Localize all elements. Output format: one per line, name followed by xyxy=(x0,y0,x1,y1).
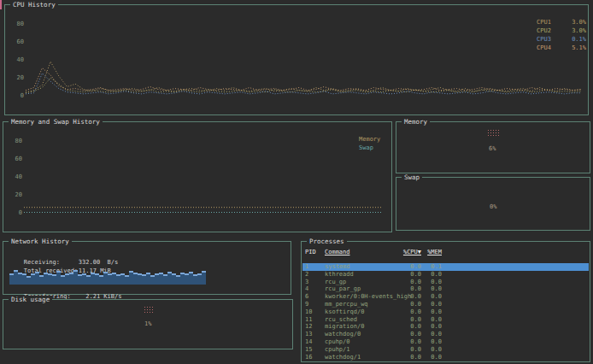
legend-label: CPU3 xyxy=(537,36,551,43)
cell-cpu: 0.0 xyxy=(397,308,421,316)
cell-cpu: 0.0 xyxy=(397,293,421,301)
y-tick-label: 40 xyxy=(10,173,22,180)
legend-value: 5.1% xyxy=(572,44,586,51)
cpu-history-chart xyxy=(26,5,581,99)
cell-mem: 0.0 xyxy=(423,301,442,308)
network-bar xyxy=(202,271,206,285)
process-row[interactable]: 14cpuhp/00.00.0 xyxy=(302,338,589,346)
cell-cpu: 0.0 xyxy=(397,271,421,279)
cell-mem: 0.0 xyxy=(423,285,442,293)
y-tick-label: 60 xyxy=(12,38,24,45)
legend-item-cpu2: CPU23.0% xyxy=(537,27,586,34)
series-cpu2 xyxy=(26,78,581,93)
swap-gauge-title: Swap xyxy=(402,173,422,181)
cell-mem: 0.0 xyxy=(423,331,442,338)
swap-gauge-panel: Swap 0% xyxy=(396,177,590,231)
legend-item-cpu3: CPU30.1% xyxy=(537,36,586,43)
cell-cpu: 0.0 xyxy=(397,279,421,286)
process-row[interactable]: 16watchdog/10.00.0 xyxy=(302,354,589,361)
memory-usage-dot-gauge xyxy=(487,129,500,137)
cell-mem: 0.0 xyxy=(423,279,442,286)
column-header-pid[interactable]: PID xyxy=(305,249,322,256)
cpu-history-panel: CPU History 806040200 CPU13.0%CPU23.0%CP… xyxy=(4,4,589,115)
network-receive-bar-chart xyxy=(9,269,206,285)
process-row[interactable]: 12migration/00.00.0 xyxy=(302,323,589,331)
legend-label: CPU4 xyxy=(537,44,551,51)
cell-cpu: 0.0 xyxy=(397,285,421,293)
swap-usage-percent: 0% xyxy=(490,203,496,210)
y-tick-label: 80 xyxy=(10,138,22,144)
column-header-mem[interactable]: %MEM xyxy=(423,249,442,256)
series-cpu4 xyxy=(26,68,581,90)
cell-cmd: ksoftirqd/0 xyxy=(325,308,364,316)
cell-cmd: systemd xyxy=(325,263,350,271)
cell-cmd: mm_percpu_wq xyxy=(325,301,368,308)
cell-mem: 0.0 xyxy=(423,346,442,354)
cell-cmd: rcu_sched xyxy=(325,316,357,324)
disk-usage-panel: Disk usage 1% xyxy=(3,299,293,349)
cell-cpu: 0.0 xyxy=(397,316,421,324)
cell-cpu: 0.0 xyxy=(397,354,421,361)
legend-item-cpu4: CPU45.1% xyxy=(537,44,586,51)
legend-label: Swap xyxy=(359,144,373,151)
network-history-panel: Network History Receiving:332.00 B/s Tot… xyxy=(3,241,291,295)
process-row[interactable]: 2kthreadd0.00.0 xyxy=(302,271,589,279)
memory-swap-chart xyxy=(24,122,383,216)
cell-pid: 4 xyxy=(305,285,322,293)
cell-mem: 0.0 xyxy=(423,271,442,279)
process-row[interactable]: 6kworker/0:0H-events_high0.00.0 xyxy=(302,293,589,301)
cell-cpu: 0.0 xyxy=(397,338,421,346)
cell-cpu: 0.0 xyxy=(397,263,421,271)
cell-cmd: kthreadd xyxy=(325,271,354,279)
y-tick-label: 60 xyxy=(10,156,22,162)
process-row[interactable]: 4rcu_par_gp0.00.0 xyxy=(302,285,589,293)
network-history-title: Network History xyxy=(9,238,72,245)
column-header-command[interactable]: Command xyxy=(325,249,350,256)
cell-mem: 0.1 xyxy=(423,263,442,271)
process-row[interactable]: 13watchdog/00.00.0 xyxy=(302,331,589,338)
processes-title: Processes xyxy=(307,238,347,245)
y-tick-label: 40 xyxy=(12,56,24,63)
cell-cmd: watchdog/0 xyxy=(325,331,361,338)
disk-usage-dot-gauge xyxy=(144,306,154,314)
memory-gauge-title: Memory xyxy=(402,118,430,126)
legend-value: 3.0% xyxy=(572,27,586,34)
cell-pid: 2 xyxy=(305,271,322,279)
legend-item-cpu1: CPU13.0% xyxy=(537,19,586,26)
process-row[interactable]: 9mm_percpu_wq0.00.0 xyxy=(302,301,589,308)
memory-swap-history-title: Memory and Swap History xyxy=(9,118,103,126)
cell-cmd: cpuhp/1 xyxy=(325,346,350,354)
memory-gauge-panel: Memory 6% xyxy=(396,121,590,173)
legend-value: 3.0% xyxy=(572,19,586,26)
processes-panel: Processes PIDCommand%CPU▼%MEM 1systemd0.… xyxy=(301,241,590,362)
cell-cmd: migration/0 xyxy=(325,323,364,331)
process-row[interactable]: 1systemd0.00.1 xyxy=(302,263,589,271)
cell-pid: 13 xyxy=(305,331,322,338)
legend-value: 0.1% xyxy=(572,36,586,43)
cell-mem: 0.0 xyxy=(423,323,442,331)
legend-label: CPU1 xyxy=(537,19,551,26)
disk-usage-title: Disk usage xyxy=(9,296,52,303)
process-row[interactable]: 15cpuhp/10.00.0 xyxy=(302,346,589,354)
system-monitor-tui: { "page": { "bg": "#2b2b2b", "border_col… xyxy=(0,0,593,364)
y-tick-label: 20 xyxy=(10,191,22,198)
cell-pid: 16 xyxy=(305,354,322,361)
cell-cpu: 0.0 xyxy=(397,323,421,331)
legend-label: Memory xyxy=(359,136,380,143)
cell-cmd: rcu_par_gp xyxy=(325,285,361,293)
terminal-cursor-artifact xyxy=(0,0,2,9)
cell-mem: 0.0 xyxy=(423,354,442,361)
process-row[interactable]: 11rcu_sched0.00.0 xyxy=(302,316,589,324)
column-header-cpu[interactable]: %CPU▼ xyxy=(397,249,421,256)
cell-pid: 1 xyxy=(305,263,322,271)
disk-usage-percent: 1% xyxy=(144,320,151,327)
cell-cpu: 0.0 xyxy=(397,346,421,354)
y-tick-label: 0 xyxy=(12,92,24,99)
process-row[interactable]: 10ksoftirqd/00.00.0 xyxy=(302,308,589,316)
series-cpu3 xyxy=(26,73,581,94)
cell-pid: 3 xyxy=(305,279,322,286)
cell-pid: 10 xyxy=(305,308,322,316)
process-row[interactable]: 3rcu_gp0.00.0 xyxy=(302,279,589,286)
memory-usage-percent: 6% xyxy=(489,145,496,152)
cell-pid: 6 xyxy=(305,293,322,301)
